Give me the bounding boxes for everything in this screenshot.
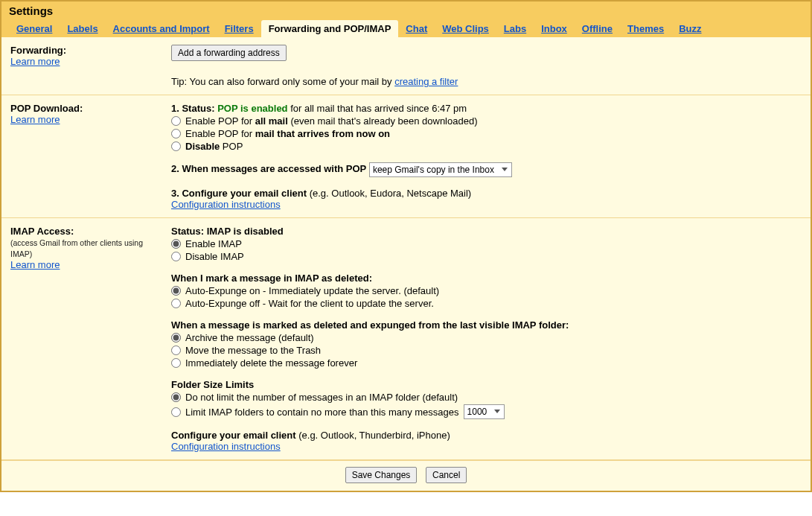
settings-header: Settings GeneralLabelsAccounts and Impor… <box>1 1 811 37</box>
imap-limit-label: Limit IMAP folders to contain no more th… <box>185 407 459 418</box>
tab-forwarding-and-pop-imap[interactable]: Forwarding and POP/IMAP <box>261 20 399 37</box>
forwarding-title: Forwarding: <box>10 45 167 56</box>
imap-trash-radio[interactable] <box>171 345 181 355</box>
imap-delete-forever-label: Immediately delete the message forever <box>185 357 357 369</box>
page-title: Settings <box>9 4 803 20</box>
tab-chat[interactable]: Chat <box>398 20 435 37</box>
pop-now-on-radio[interactable] <box>171 129 181 138</box>
section-imap: IMAP Access: (access Gmail from other cl… <box>1 218 811 460</box>
imap-archive-label: Archive the message (default) <box>185 332 314 343</box>
pop-learn-more[interactable]: Learn more <box>10 114 60 125</box>
imap-limit-radio[interactable] <box>171 407 181 417</box>
pop-all-mail-radio[interactable] <box>171 116 181 126</box>
pop-disable-label: Disable POP <box>185 141 243 152</box>
imap-expunge-on-label: Auto-Expunge on - Immediately update the… <box>185 285 439 296</box>
imap-expunge-on-radio[interactable] <box>171 286 181 296</box>
pop-status-value: POP is enabled <box>217 103 287 114</box>
imap-learn-more[interactable]: Learn more <box>10 259 60 270</box>
section-forwarding: Forwarding: Learn more Add a forwarding … <box>1 37 811 95</box>
imap-no-limit-radio[interactable] <box>171 392 181 402</box>
imap-enable-radio[interactable] <box>171 239 181 249</box>
save-button[interactable]: Save Changes <box>345 467 418 483</box>
imap-enable-label: Enable IMAP <box>185 238 242 249</box>
imap-expunge-heading: When a message is marked as deleted and … <box>171 319 569 331</box>
imap-trash-label: Move the message to the Trash <box>185 345 321 356</box>
imap-no-limit-label: Do not limit the number of messages in a… <box>185 392 458 403</box>
tab-buzz[interactable]: Buzz <box>671 20 709 37</box>
pop-all-mail-label: Enable POP for all mail (even mail that'… <box>185 115 478 127</box>
imap-disable-radio[interactable] <box>171 252 181 261</box>
forwarding-tip-text: Tip: You can also forward only some of y… <box>171 76 394 87</box>
imap-delete-heading: When I mark a message in IMAP as deleted… <box>171 273 372 284</box>
imap-config-link[interactable]: Configuration instructions <box>171 441 281 452</box>
pop-access-select[interactable]: keep Gmail's copy in the Inbox <box>369 162 512 177</box>
pop-now-on-label: Enable POP for mail that arrives from no… <box>185 128 390 139</box>
pop-configure-label: 3. Configure your email client <box>171 188 307 199</box>
tabs-bar: GeneralLabelsAccounts and ImportFiltersF… <box>9 20 803 37</box>
footer: Save Changes Cancel <box>1 460 811 491</box>
tab-labs[interactable]: Labs <box>496 20 534 37</box>
pop-access-label: 2. When messages are accessed with POP <box>171 163 366 174</box>
tab-filters[interactable]: Filters <box>217 20 261 37</box>
pop-title: POP Download: <box>10 103 167 114</box>
imap-limits-heading: Folder Size Limits <box>171 379 254 390</box>
tab-offline[interactable]: Offline <box>575 20 620 37</box>
add-forwarding-button[interactable]: Add a forwarding address <box>171 45 287 61</box>
forwarding-learn-more[interactable]: Learn more <box>10 56 60 67</box>
pop-status-label: 1. Status: <box>171 103 215 114</box>
imap-delete-forever-radio[interactable] <box>171 358 181 368</box>
cancel-button[interactable]: Cancel <box>426 467 467 483</box>
imap-limit-select[interactable]: 1000 <box>464 404 505 419</box>
tab-web-clips[interactable]: Web Clips <box>435 20 496 37</box>
imap-expunge-off-label: Auto-Expunge off - Wait for the client t… <box>185 298 434 309</box>
imap-disable-label: Disable IMAP <box>185 251 244 262</box>
imap-expunge-off-radio[interactable] <box>171 299 181 308</box>
imap-title: IMAP Access: <box>10 226 167 237</box>
forwarding-create-filter-link[interactable]: creating a filter <box>394 76 458 87</box>
pop-disable-radio[interactable] <box>171 141 181 151</box>
tab-labels[interactable]: Labels <box>60 20 105 37</box>
imap-subtitle: (access Gmail from other clients using I… <box>10 238 143 258</box>
imap-status: Status: IMAP is disabled <box>171 226 284 237</box>
imap-archive-radio[interactable] <box>171 333 181 343</box>
pop-configure-suffix: (e.g. Outlook, Eudora, Netscape Mail) <box>307 188 471 199</box>
imap-configure-suffix: (e.g. Outlook, Thunderbird, iPhone) <box>296 430 450 441</box>
pop-status-suffix: for all mail that has arrived since 6:47… <box>288 103 467 114</box>
tab-themes[interactable]: Themes <box>620 20 671 37</box>
pop-config-link[interactable]: Configuration instructions <box>171 199 281 210</box>
tab-inbox[interactable]: Inbox <box>534 20 575 37</box>
tab-accounts-and-import[interactable]: Accounts and Import <box>106 20 217 37</box>
tab-general[interactable]: General <box>9 20 60 37</box>
section-pop: POP Download: Learn more 1. Status: POP … <box>1 95 811 218</box>
imap-configure-label: Configure your email client <box>171 430 296 441</box>
